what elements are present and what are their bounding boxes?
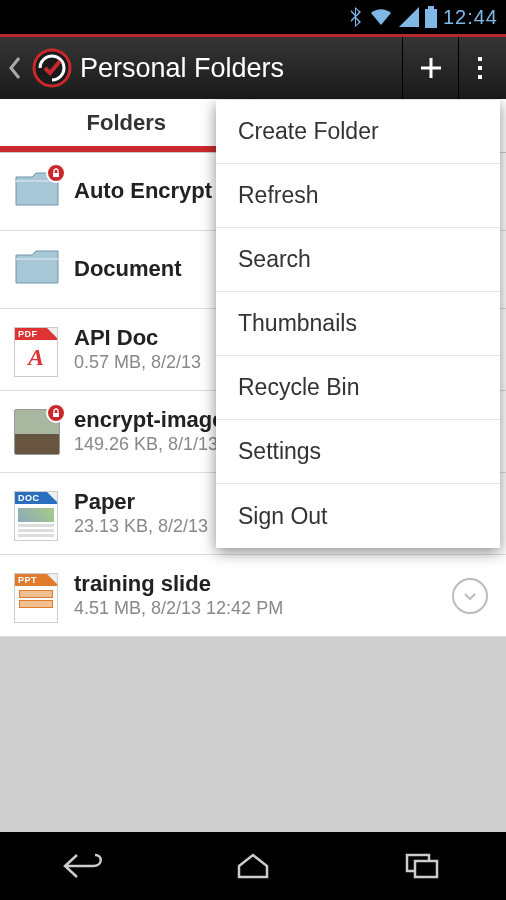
menu-item-thumbnails[interactable]: Thumbnails: [216, 292, 500, 356]
page-title: Personal Folders: [80, 53, 402, 84]
tab-label: Folders: [87, 110, 166, 136]
add-button[interactable]: [402, 37, 458, 99]
nav-home-button[interactable]: [208, 846, 298, 886]
item-name: training slide: [74, 572, 438, 596]
android-nav-bar: [0, 832, 506, 900]
expand-button[interactable]: [452, 578, 488, 614]
svg-rect-0: [425, 9, 437, 28]
app-bar: Personal Folders: [0, 37, 506, 99]
empty-area: [0, 637, 506, 832]
svg-rect-7: [53, 413, 59, 417]
menu-item-label: Sign Out: [238, 503, 328, 530]
svg-rect-1: [428, 6, 434, 9]
lock-badge-icon: [46, 163, 66, 183]
battery-icon: [425, 6, 437, 28]
doc-file-icon: DOC: [14, 491, 60, 537]
menu-item-label: Thumbnails: [238, 310, 357, 337]
image-file-icon: [14, 409, 60, 455]
signal-icon: [399, 7, 419, 27]
bluetooth-icon: [349, 6, 363, 28]
ppt-file-icon: PPT: [14, 573, 60, 619]
android-status-bar: 12:44: [0, 0, 506, 34]
list-item[interactable]: PPT training slide 4.51 MB, 8/2/13 12:42…: [0, 555, 506, 637]
svg-rect-5: [478, 75, 482, 79]
app-logo-icon[interactable]: [30, 46, 74, 90]
menu-item-refresh[interactable]: Refresh: [216, 164, 500, 228]
menu-item-search[interactable]: Search: [216, 228, 500, 292]
item-meta: 4.51 MB, 8/2/13 12:42 PM: [74, 598, 438, 619]
lock-badge-icon: [46, 403, 66, 423]
menu-item-label: Recycle Bin: [238, 374, 359, 401]
back-chevron-icon[interactable]: [6, 56, 24, 80]
wifi-icon: [369, 7, 393, 27]
folder-icon: [14, 247, 60, 293]
svg-rect-9: [415, 861, 437, 877]
menu-item-label: Refresh: [238, 182, 319, 209]
menu-item-create-folder[interactable]: Create Folder: [216, 100, 500, 164]
svg-rect-4: [478, 66, 482, 70]
svg-rect-6: [53, 173, 59, 177]
overflow-menu-button[interactable]: [458, 37, 500, 99]
nav-back-button[interactable]: [39, 846, 129, 886]
menu-item-label: Search: [238, 246, 311, 273]
overflow-menu: Create Folder Refresh Search Thumbnails …: [216, 100, 500, 548]
menu-item-settings[interactable]: Settings: [216, 420, 500, 484]
menu-item-recycle-bin[interactable]: Recycle Bin: [216, 356, 500, 420]
nav-recents-button[interactable]: [377, 846, 467, 886]
svg-rect-3: [478, 57, 482, 61]
menu-item-label: Settings: [238, 438, 321, 465]
menu-item-sign-out[interactable]: Sign Out: [216, 484, 500, 548]
menu-item-label: Create Folder: [238, 118, 379, 145]
status-time: 12:44: [443, 6, 498, 29]
folder-icon: [14, 169, 60, 215]
pdf-file-icon: PDFA: [14, 327, 60, 373]
tab-folders[interactable]: Folders: [0, 99, 253, 152]
